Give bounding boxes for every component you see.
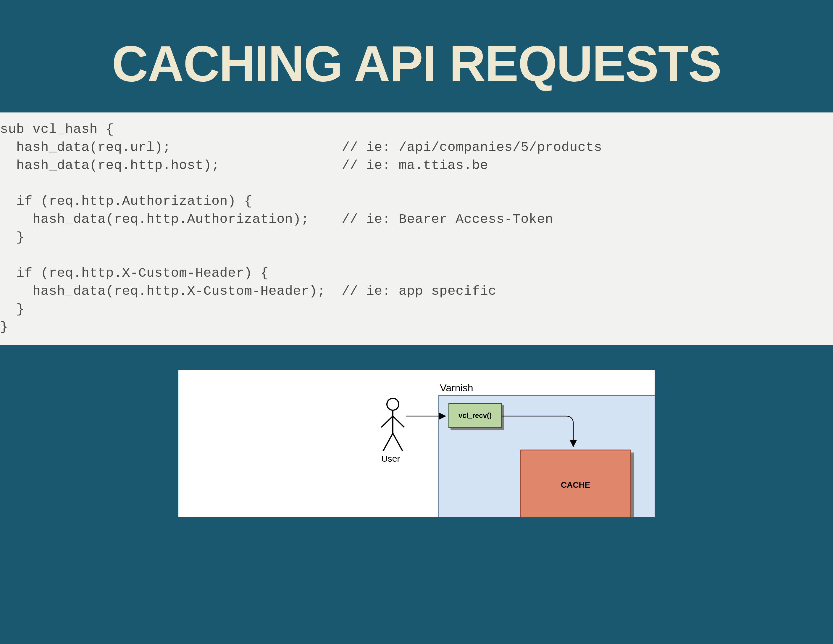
svg-point-0	[387, 398, 399, 410]
cache-box: CACHE	[520, 449, 631, 517]
svg-line-4	[383, 433, 393, 451]
code-block: sub vcl_hash { hash_data(req.url); // ie…	[0, 113, 833, 345]
slide: CACHING API REQUESTS sub vcl_hash { hash…	[0, 0, 833, 644]
user-label: User	[381, 454, 400, 464]
user-icon	[380, 398, 406, 454]
varnish-label: Varnish	[440, 382, 473, 394]
svg-line-3	[393, 416, 404, 427]
diagram: Varnish User vcl_recv() CACHE	[178, 370, 654, 517]
svg-line-2	[381, 416, 393, 427]
svg-line-5	[393, 433, 403, 451]
vcl-recv-box: vcl_recv()	[449, 403, 502, 428]
slide-title: CACHING API REQUESTS	[0, 0, 833, 113]
